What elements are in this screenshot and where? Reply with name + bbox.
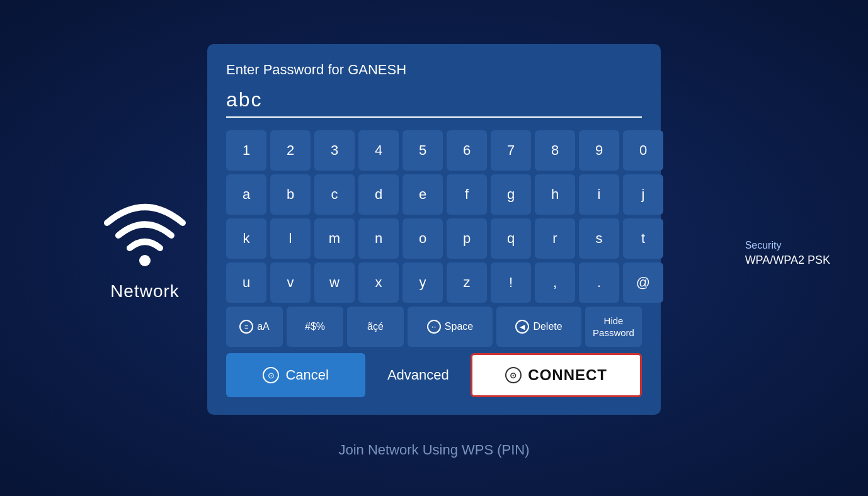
cancel-button[interactable]: ⊙ Cancel bbox=[226, 353, 365, 397]
wps-pin-text: Join Network Using WPS (PIN) bbox=[338, 442, 529, 458]
key-y[interactable]: y bbox=[403, 262, 443, 303]
key-e[interactable]: e bbox=[403, 174, 443, 215]
key-t[interactable]: t bbox=[623, 218, 663, 259]
security-label: Security bbox=[745, 240, 830, 251]
key-i[interactable]: i bbox=[579, 174, 619, 215]
key-5[interactable]: 5 bbox=[403, 130, 443, 171]
key-d[interactable]: d bbox=[358, 174, 399, 215]
key-period[interactable]: . bbox=[579, 262, 619, 303]
key-symbols[interactable]: #$% bbox=[287, 307, 343, 347]
accents-label: ãçé bbox=[367, 321, 384, 332]
connect-label: CONNECT bbox=[528, 366, 607, 384]
key-m[interactable]: m bbox=[314, 218, 355, 259]
case-circle-icon: ≡ bbox=[239, 320, 253, 334]
key-row-a-j: a b c d e f g h i j bbox=[226, 174, 642, 215]
key-comma[interactable]: , bbox=[535, 262, 575, 303]
security-section: Security WPA/WPA2 PSK bbox=[745, 240, 830, 267]
case-label: aA bbox=[257, 321, 270, 332]
advanced-label: Advanced bbox=[387, 367, 449, 383]
space-label: Space bbox=[445, 321, 473, 332]
network-label: Network bbox=[110, 281, 180, 302]
key-p[interactable]: p bbox=[447, 218, 487, 259]
svg-point-0 bbox=[139, 255, 151, 266]
key-c[interactable]: c bbox=[314, 174, 355, 215]
key-s[interactable]: s bbox=[579, 218, 619, 259]
security-value: WPA/WPA2 PSK bbox=[745, 254, 830, 267]
key-v[interactable]: v bbox=[270, 262, 311, 303]
key-j[interactable]: j bbox=[623, 174, 663, 215]
cancel-circle-icon: ⊙ bbox=[263, 367, 279, 383]
key-accents[interactable]: ãçé bbox=[347, 307, 404, 347]
key-9[interactable]: 9 bbox=[579, 130, 619, 171]
key-8[interactable]: 8 bbox=[535, 130, 575, 171]
advanced-button[interactable]: Advanced bbox=[369, 353, 467, 397]
password-display: abc bbox=[226, 88, 642, 118]
connect-circle-icon: ⊙ bbox=[505, 367, 522, 383]
key-k[interactable]: k bbox=[226, 218, 266, 259]
space-circle-icon: ↔ bbox=[427, 320, 441, 334]
key-1[interactable]: 1 bbox=[226, 130, 266, 171]
key-u[interactable]: u bbox=[226, 262, 266, 303]
key-g[interactable]: g bbox=[491, 174, 531, 215]
key-4[interactable]: 4 bbox=[358, 130, 399, 171]
key-hide-password[interactable]: HidePassword bbox=[585, 307, 642, 347]
key-q[interactable]: q bbox=[491, 218, 531, 259]
dialog-title: Enter Password for GANESH bbox=[226, 62, 642, 78]
key-0[interactable]: 0 bbox=[623, 130, 663, 171]
connect-button[interactable]: ⊙ CONNECT bbox=[471, 353, 642, 397]
key-a[interactable]: a bbox=[226, 174, 266, 215]
key-row-u-at: u v w x y z ! , . @ bbox=[226, 262, 642, 303]
action-row: ⊙ Cancel Advanced ⊙ CONNECT bbox=[226, 353, 642, 397]
key-space[interactable]: ↔ Space bbox=[408, 307, 493, 347]
hide-password-label: HidePassword bbox=[593, 315, 634, 339]
key-2[interactable]: 2 bbox=[270, 130, 311, 171]
key-r[interactable]: r bbox=[535, 218, 575, 259]
cancel-label: Cancel bbox=[285, 367, 328, 383]
key-h[interactable]: h bbox=[535, 174, 575, 215]
key-case-toggle[interactable]: ≡ aA bbox=[226, 307, 283, 347]
key-l[interactable]: l bbox=[270, 218, 311, 259]
keyboard: 1 2 3 4 5 6 7 8 9 0 a b c d e f g h i j … bbox=[226, 130, 642, 347]
key-row-numbers: 1 2 3 4 5 6 7 8 9 0 bbox=[226, 130, 642, 171]
key-x[interactable]: x bbox=[358, 262, 399, 303]
delete-circle-icon: ◀ bbox=[515, 320, 529, 334]
key-exclaim[interactable]: ! bbox=[491, 262, 531, 303]
key-delete[interactable]: ◀ Delete bbox=[496, 307, 581, 347]
key-b[interactable]: b bbox=[270, 174, 311, 215]
key-7[interactable]: 7 bbox=[491, 130, 531, 171]
key-n[interactable]: n bbox=[358, 218, 399, 259]
special-row: ≡ aA #$% ãçé ↔ Space ◀ Delete HidePasswo… bbox=[226, 307, 642, 347]
delete-label: Delete bbox=[533, 321, 562, 332]
key-w[interactable]: w bbox=[314, 262, 355, 303]
password-input-row: abc bbox=[226, 88, 642, 118]
key-f[interactable]: f bbox=[447, 174, 487, 215]
symbols-label: #$% bbox=[305, 321, 325, 332]
key-6[interactable]: 6 bbox=[447, 130, 487, 171]
key-row-k-t: k l m n o p q r s t bbox=[226, 218, 642, 259]
key-at[interactable]: @ bbox=[623, 262, 663, 303]
password-dialog: Enter Password for GANESH abc 1 2 3 4 5 … bbox=[207, 44, 661, 415]
wifi-section: Network bbox=[101, 194, 189, 302]
key-3[interactable]: 3 bbox=[314, 130, 355, 171]
key-o[interactable]: o bbox=[403, 218, 443, 259]
key-z[interactable]: z bbox=[447, 262, 487, 303]
